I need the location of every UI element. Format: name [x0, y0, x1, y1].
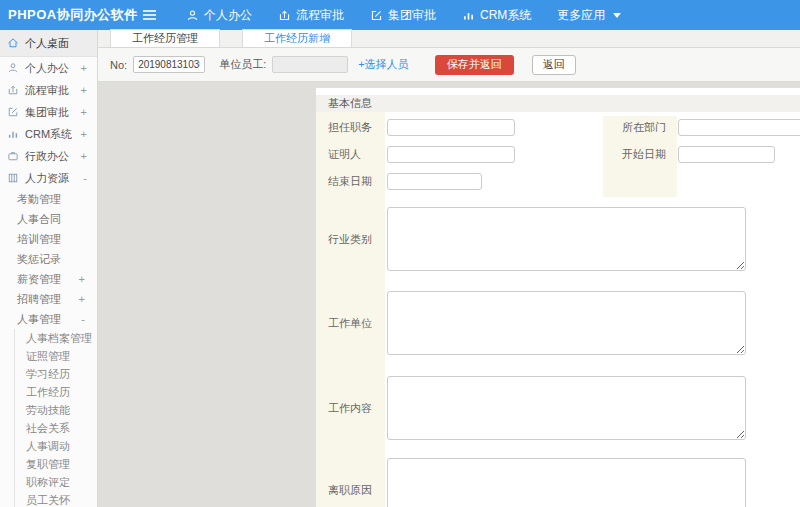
sidebar-item-admin-office[interactable]: 行政办公 + [0, 145, 97, 167]
save-and-return-button[interactable]: 保存并返回 [435, 55, 514, 75]
sidebar: 个人桌面 个人办公 + 流程审批 + 集团审批 + CRM系统 + 行政办公 +… [0, 30, 98, 507]
caret-down-icon [613, 13, 621, 18]
main-area: 工作经历管理 工作经历新增 No: 单位员工: +选择人员 保存并返回 返回 基… [98, 30, 800, 507]
tab-work-experience-new[interactable]: 工作经历新增 [242, 29, 352, 47]
employee-label: 单位员工: [219, 57, 266, 72]
job-content-textarea[interactable] [387, 376, 746, 440]
sidebar-item-title-evaluation[interactable]: 职称评定 [15, 473, 97, 491]
expand-plus-icon[interactable]: + [81, 106, 87, 118]
expand-plus-icon[interactable]: + [81, 62, 87, 74]
user-icon [186, 9, 199, 22]
leave-reason-label: 离职原因 [328, 480, 372, 500]
sidebar-item-human-resources[interactable]: 人力资源 - [0, 167, 97, 189]
building-icon [7, 172, 19, 184]
sidebar-item-social-relations[interactable]: 社会关系 [15, 419, 97, 437]
edit-approve-icon [370, 9, 383, 22]
industry-label: 行业类别 [328, 229, 372, 249]
process-icon [7, 84, 19, 96]
bar-chart-icon [462, 9, 475, 22]
sidebar-item-reinstatement-mgmt[interactable]: 复职管理 [15, 455, 97, 473]
top-navigation: 个人办公 流程审批 集团审批 CRM系统 更多应用 [173, 0, 634, 30]
expand-plus-icon[interactable]: + [81, 150, 87, 162]
certifier-input[interactable] [387, 146, 515, 163]
sidebar-item-group-approval[interactable]: 集团审批 + [0, 101, 97, 123]
sidebar-item-attendance-mgmt[interactable]: 考勤管理 [0, 189, 97, 209]
sidebar-item-license-mgmt[interactable]: 证照管理 [15, 347, 97, 365]
tab-bar: 工作经历管理 工作经历新增 [98, 30, 800, 48]
sidebar-item-personnel-archive[interactable]: 人事档案管理 [15, 329, 97, 347]
select-person-link[interactable]: +选择人员 [358, 57, 408, 72]
certifier-label: 证明人 [328, 144, 361, 164]
personnel-submenu: 人事档案管理 证照管理 学习经历 工作经历 劳动技能 社会关系 人事调动 复职管… [14, 329, 97, 507]
expand-plus-icon[interactable]: + [81, 128, 87, 140]
start-date-label: 开始日期 [622, 144, 666, 164]
expand-plus-icon[interactable]: + [81, 84, 87, 96]
sidebar-item-labor-skills[interactable]: 劳动技能 [15, 401, 97, 419]
form-body: 担任职务 所在部门 证明人 开始日期 结束日期 行业类别 工作单位 工作内容 [316, 112, 800, 507]
sidebar-item-employee-care[interactable]: 员工关怀 [15, 491, 97, 507]
topbar: PHPOA协同办公软件 个人办公 流程审批 集团审批 CRM系统 更多应用 [0, 0, 800, 30]
back-button[interactable]: 返回 [532, 55, 576, 75]
home-icon [7, 37, 19, 49]
briefcase-icon [7, 150, 19, 162]
bar-chart-icon [7, 128, 19, 140]
position-input[interactable] [387, 119, 515, 136]
position-label: 担任职务 [328, 117, 372, 137]
expand-plus-icon[interactable]: + [79, 293, 85, 305]
no-input[interactable] [133, 56, 205, 73]
sidebar-item-crm-system[interactable]: CRM系统 + [0, 123, 97, 145]
sidebar-item-recruit-mgmt[interactable]: 招聘管理 + [0, 289, 97, 309]
sidebar-item-work-experience[interactable]: 工作经历 [15, 383, 97, 401]
job-content-label: 工作内容 [328, 398, 372, 418]
app-logo: PHPOA协同办公软件 [0, 6, 128, 24]
nav-personal-office[interactable]: 个人办公 [173, 0, 265, 30]
sidebar-item-hr-contract[interactable]: 人事合同 [0, 209, 97, 229]
company-textarea[interactable] [387, 291, 746, 355]
sidebar-item-process-approval[interactable]: 流程审批 + [0, 79, 97, 101]
start-date-input[interactable] [678, 146, 775, 163]
section-title: 基本信息 [316, 95, 800, 112]
sidebar-item-personal-office[interactable]: 个人办公 + [0, 57, 97, 79]
sidebar-item-personnel-mgmt[interactable]: 人事管理 - [0, 309, 97, 329]
sidebar-item-desktop[interactable]: 个人桌面 [0, 30, 97, 57]
department-input[interactable] [678, 119, 800, 136]
end-date-input[interactable] [387, 173, 482, 190]
toolbar: No: 单位员工: +选择人员 保存并返回 返回 [98, 48, 800, 82]
tab-work-experience-mgmt[interactable]: 工作经历管理 [110, 29, 220, 47]
expand-minus-icon[interactable]: - [81, 313, 85, 325]
department-label: 所在部门 [622, 117, 666, 137]
sidebar-item-personnel-transfer[interactable]: 人事调动 [15, 437, 97, 455]
sidebar-item-study-experience[interactable]: 学习经历 [15, 365, 97, 383]
user-icon [7, 62, 19, 74]
expand-plus-icon[interactable]: + [79, 273, 85, 285]
process-icon [278, 9, 291, 22]
edit-approve-icon [7, 106, 19, 118]
nav-crm-system[interactable]: CRM系统 [449, 0, 544, 30]
sidebar-item-training-mgmt[interactable]: 培训管理 [0, 229, 97, 249]
company-label: 工作单位 [328, 313, 372, 333]
end-date-label: 结束日期 [328, 171, 372, 191]
sidebar-item-reward-records[interactable]: 奖惩记录 [0, 249, 97, 269]
leave-reason-textarea[interactable] [387, 458, 746, 507]
employee-input[interactable] [272, 56, 348, 73]
content-area: 基本信息 担任职务 所在部门 证明人 开始日期 结束日期 行业类别 [98, 82, 800, 507]
nav-process-approval[interactable]: 流程审批 [265, 0, 357, 30]
nav-more-apps[interactable]: 更多应用 [544, 0, 634, 30]
hamburger-menu-icon[interactable] [142, 9, 157, 21]
form-panel: 基本信息 担任职务 所在部门 证明人 开始日期 结束日期 行业类别 [316, 88, 800, 507]
no-label: No: [110, 59, 127, 71]
expand-minus-icon[interactable]: - [83, 172, 87, 184]
sidebar-item-salary-mgmt[interactable]: 薪资管理 + [0, 269, 97, 289]
nav-group-approval[interactable]: 集团审批 [357, 0, 449, 30]
industry-textarea[interactable] [387, 207, 746, 271]
